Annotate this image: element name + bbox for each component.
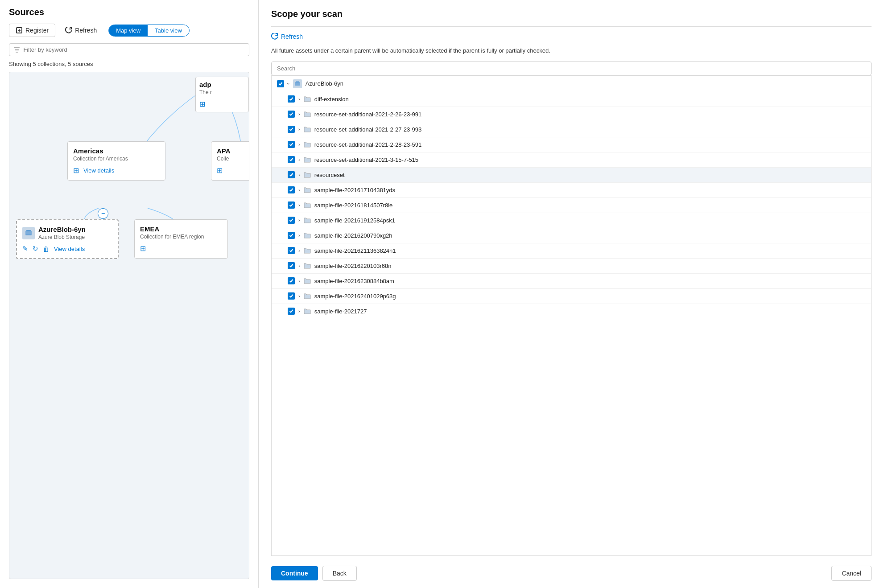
item-label-2: resource-set-additional-2021-2-27-23-993 bbox=[314, 126, 422, 133]
folder-icon-13 bbox=[304, 292, 311, 300]
azureblob-view-details[interactable]: View details bbox=[54, 246, 85, 252]
adp-grid-icon: ⊞ bbox=[199, 100, 205, 108]
item-label-12: sample-file-20216230884b8am bbox=[314, 278, 394, 284]
tree-container[interactable]: › AzureBlob-6yn ›diff-extension›resource… bbox=[271, 75, 872, 556]
item-label-10: sample-file-20216211363824n1 bbox=[314, 247, 396, 254]
emea-sub: Collection for EMEA region bbox=[140, 234, 222, 240]
emea-actions: ⊞ bbox=[140, 244, 222, 253]
item-chevron-10[interactable]: › bbox=[298, 248, 300, 253]
item-label-8: sample-file-202161912584psk1 bbox=[314, 217, 395, 224]
item-checkbox-14[interactable] bbox=[288, 308, 295, 315]
item-checkbox-7[interactable] bbox=[288, 201, 295, 209]
item-chevron-4[interactable]: › bbox=[298, 157, 300, 162]
item-checkbox-11[interactable] bbox=[288, 262, 295, 269]
item-chevron-12[interactable]: › bbox=[298, 278, 300, 284]
item-chevron-6[interactable]: › bbox=[298, 187, 300, 193]
svg-rect-7 bbox=[296, 81, 299, 82]
tree-item: ›sample-file-20216200790xg2h bbox=[272, 228, 871, 243]
item-chevron-8[interactable]: › bbox=[298, 218, 300, 223]
item-chevron-14[interactable]: › bbox=[298, 308, 300, 314]
apac-sub: Colle bbox=[217, 156, 245, 162]
americas-node: Americas Collection for Americas ⊞ View … bbox=[67, 141, 165, 181]
item-checkbox-2[interactable] bbox=[288, 126, 295, 133]
delete-icon[interactable]: 🗑 bbox=[43, 245, 50, 253]
tree-item: ›sample-file-2021617104381yds bbox=[272, 183, 871, 198]
folder-icon-14 bbox=[304, 307, 311, 316]
item-label-9: sample-file-20216200790xg2h bbox=[314, 232, 392, 239]
svg-rect-6 bbox=[295, 82, 300, 86]
filter-input[interactable] bbox=[23, 46, 244, 53]
item-checkbox-1[interactable] bbox=[288, 111, 295, 118]
item-chevron-13[interactable]: › bbox=[298, 293, 300, 299]
item-checkbox-6[interactable] bbox=[288, 186, 295, 193]
refresh-left-button[interactable]: Refresh bbox=[59, 24, 103, 37]
continue-button[interactable]: Continue bbox=[271, 566, 318, 580]
item-chevron-0[interactable]: › bbox=[298, 96, 300, 102]
folder-icon-12 bbox=[304, 277, 311, 285]
filter-icon bbox=[14, 47, 20, 53]
item-chevron-9[interactable]: › bbox=[298, 233, 300, 238]
item-label-5: resourceset bbox=[314, 172, 345, 178]
folder-icon-1 bbox=[304, 110, 311, 119]
item-chevron-7[interactable]: › bbox=[298, 202, 300, 208]
emea-grid-icon: ⊞ bbox=[140, 244, 146, 253]
map-view-button[interactable]: Map view bbox=[109, 25, 148, 36]
table-view-button[interactable]: Table view bbox=[148, 25, 189, 36]
tree-item: ›sample-file-202161912584psk1 bbox=[272, 213, 871, 228]
folder-icon-6 bbox=[304, 186, 311, 194]
item-checkbox-12[interactable] bbox=[288, 277, 295, 284]
map-area: adp The r ⊞ Americas Collection for Amer… bbox=[9, 72, 249, 579]
info-text: All future assets under a certain parent… bbox=[271, 46, 872, 55]
edit-icon[interactable]: ✎ bbox=[22, 245, 28, 253]
cancel-button[interactable]: Cancel bbox=[831, 566, 872, 581]
item-chevron-3[interactable]: › bbox=[298, 142, 300, 147]
item-checkbox-5[interactable] bbox=[288, 171, 295, 178]
refresh-right-button[interactable]: Refresh bbox=[271, 33, 872, 40]
folder-icon-7 bbox=[304, 201, 311, 210]
toolbar: Register Refresh Map view Table view bbox=[9, 24, 249, 37]
item-checkbox-3[interactable] bbox=[288, 141, 295, 148]
adp-sub: The r bbox=[199, 89, 245, 95]
item-chevron-5[interactable]: › bbox=[298, 172, 300, 177]
item-checkbox-8[interactable] bbox=[288, 217, 295, 224]
tree-item: ›resource-set-additional-2021-3-15-7-515 bbox=[272, 152, 871, 168]
collapse-button[interactable]: − bbox=[98, 208, 108, 219]
register-button[interactable]: Register bbox=[9, 24, 55, 37]
tree-item: ›sample-file-202162401029p63g bbox=[272, 289, 871, 304]
item-label-1: resource-set-additional-2021-2-26-23-991 bbox=[314, 111, 422, 118]
root-chevron-icon[interactable]: › bbox=[286, 83, 291, 85]
folder-icon-3 bbox=[304, 140, 311, 149]
back-button[interactable]: Back bbox=[322, 566, 357, 581]
folder-icon-4 bbox=[304, 156, 311, 164]
azureblob-sub: Azure Blob Storage bbox=[38, 234, 86, 240]
map-canvas: adp The r ⊞ Americas Collection for Amer… bbox=[9, 72, 249, 579]
item-checkbox-4[interactable] bbox=[288, 156, 295, 163]
tree-search-input[interactable] bbox=[271, 62, 872, 75]
item-chevron-2[interactable]: › bbox=[298, 127, 300, 132]
item-chevron-11[interactable]: › bbox=[298, 263, 300, 268]
apac-grid-icon: ⊞ bbox=[217, 166, 223, 175]
tree-item: ›sample-file-20216211363824n1 bbox=[272, 243, 871, 259]
item-label-6: sample-file-2021617104381yds bbox=[314, 187, 395, 193]
folder-icon-5 bbox=[304, 171, 311, 179]
azureblob-actions: ✎ ↻ 🗑 View details bbox=[22, 245, 112, 253]
left-panel: Sources Register Refresh Map view Tab bbox=[0, 0, 259, 588]
tree-item: ›sample-file-202161814507r8ie bbox=[272, 198, 871, 213]
apac-title: APA bbox=[217, 147, 245, 155]
root-checkbox[interactable] bbox=[277, 80, 284, 87]
folder-icon-11 bbox=[304, 262, 311, 270]
item-checkbox-10[interactable] bbox=[288, 247, 295, 254]
item-label-4: resource-set-additional-2021-3-15-7-515 bbox=[314, 156, 418, 163]
americas-grid-icon: ⊞ bbox=[73, 166, 79, 175]
refresh-right-icon bbox=[271, 33, 278, 40]
root-azure-icon bbox=[293, 79, 302, 88]
sources-title: Sources bbox=[9, 7, 249, 17]
item-chevron-1[interactable]: › bbox=[298, 111, 300, 117]
adp-actions: ⊞ bbox=[199, 100, 245, 108]
item-checkbox-9[interactable] bbox=[288, 232, 295, 239]
item-checkbox-0[interactable] bbox=[288, 95, 295, 103]
americas-view-details[interactable]: View details bbox=[83, 167, 114, 174]
tree-item: ›resource-set-additional-2021-2-28-23-59… bbox=[272, 137, 871, 152]
scan-icon[interactable]: ↻ bbox=[33, 245, 38, 253]
item-checkbox-13[interactable] bbox=[288, 292, 295, 300]
